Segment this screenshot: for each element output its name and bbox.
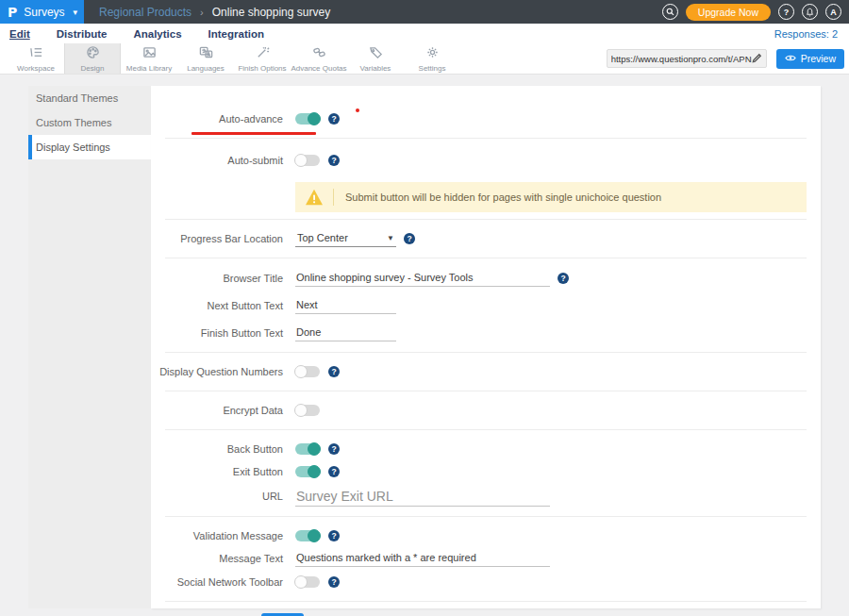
toolbar-item-finish-options[interactable]: Finish Options xyxy=(234,43,291,74)
back-button-help-icon[interactable]: ? xyxy=(328,443,340,455)
display-question-numbers-help-icon[interactable]: ? xyxy=(328,366,340,377)
exit-button-toggle[interactable] xyxy=(295,466,320,477)
auto-advance-help-icon[interactable]: ? xyxy=(328,113,340,125)
auto-submit-help-icon[interactable]: ? xyxy=(328,155,340,166)
settings-gear-icon xyxy=(425,45,440,63)
languages-icon xyxy=(199,45,213,63)
breadcrumb-separator-icon: › xyxy=(200,7,204,18)
back-button-label: Back Button xyxy=(151,443,283,455)
breadcrumb-survey-name: Online shopping survey xyxy=(212,6,330,19)
select-caret-icon: ▼ xyxy=(387,234,394,242)
message-text-label: Message Text xyxy=(151,553,283,564)
annotation-red-dot xyxy=(356,108,359,112)
validation-message-toggle[interactable] xyxy=(295,530,320,541)
chevron-down-icon: ▼ xyxy=(72,8,79,17)
progress-bar-location-label: Progress Bar Location xyxy=(151,233,283,244)
social-network-toolbar-help-icon[interactable]: ? xyxy=(328,576,340,588)
browser-title-help-icon[interactable]: ? xyxy=(558,273,569,284)
encrypt-data-label: Encrypt Data xyxy=(151,405,283,416)
browser-title-label: Browser Title xyxy=(151,273,283,284)
progress-bar-location-select[interactable]: Top Center ▼ xyxy=(295,230,396,247)
sidebar-item-custom-themes[interactable]: Custom Themes xyxy=(28,110,151,135)
social-network-toolbar-label: Social Network Toolbar xyxy=(151,576,283,588)
display-question-numbers-toggle[interactable] xyxy=(295,366,320,377)
back-button-toggle[interactable] xyxy=(295,443,320,455)
media-library-icon xyxy=(142,45,157,63)
validation-message-label: Validation Message xyxy=(151,530,283,541)
toolbar-item-languages[interactable]: Languages xyxy=(177,43,234,74)
breadcrumb-folder[interactable]: Regional Products xyxy=(99,6,191,19)
survey-section-nav: Edit Distribute Analytics Integration Re… xyxy=(0,24,849,43)
toolbar-item-settings[interactable]: Settings xyxy=(404,43,460,74)
questionpro-logo: P xyxy=(8,5,17,20)
auto-submit-row: Auto-submit ? xyxy=(151,148,821,173)
nav-tab-edit[interactable]: Edit xyxy=(8,28,43,40)
notifications-bell-icon[interactable] xyxy=(802,4,818,20)
responses-count[interactable]: Responses: 2 xyxy=(774,28,841,40)
section-divider xyxy=(165,516,807,517)
exit-url-input[interactable] xyxy=(295,487,550,507)
warning-text: Submit button will be hidden for pages w… xyxy=(345,191,661,203)
toolbar-item-media-library[interactable]: Media Library xyxy=(121,43,177,74)
workspace-icon xyxy=(29,45,43,63)
sidebar-item-standard-themes[interactable]: Standard Themes xyxy=(28,86,151,110)
validation-message-help-icon[interactable]: ? xyxy=(328,530,340,541)
next-button-text-input[interactable] xyxy=(295,297,396,314)
next-button-text-label: Next Button Text xyxy=(151,300,283,311)
design-content-area: Standard Themes Custom Themes Display Se… xyxy=(0,75,849,616)
social-network-toolbar-toggle[interactable] xyxy=(295,576,320,588)
progress-bar-help-icon[interactable]: ? xyxy=(404,233,415,244)
help-button[interactable]: ? xyxy=(778,4,794,20)
section-divider xyxy=(165,429,807,430)
survey-url-field[interactable] xyxy=(607,49,767,68)
validation-message-row: Validation Message ? xyxy=(151,524,821,547)
variables-tag-icon xyxy=(369,45,383,63)
nav-tab-analytics[interactable]: Analytics xyxy=(120,28,194,40)
auto-advance-label: Auto-advance xyxy=(151,113,283,125)
section-divider xyxy=(165,138,807,139)
top-header-bar: P Surveys ▼ Regional Products › Online s… xyxy=(0,0,849,24)
preview-button[interactable]: Preview xyxy=(776,49,844,69)
edit-url-pencil-icon[interactable] xyxy=(752,50,762,67)
browser-title-input[interactable] xyxy=(295,270,550,287)
message-text-input[interactable] xyxy=(295,550,550,567)
annotation-red-underline xyxy=(191,132,316,135)
avatar[interactable]: A xyxy=(825,4,841,20)
encrypt-data-row: Encrypt Data xyxy=(151,398,821,423)
nav-tab-integration[interactable]: Integration xyxy=(195,28,277,40)
upgrade-now-button[interactable]: Upgrade Now xyxy=(686,4,771,21)
nav-tab-distribute[interactable]: Distribute xyxy=(43,28,121,40)
display-question-numbers-label: Display Question Numbers xyxy=(151,366,283,377)
design-palette-icon xyxy=(86,45,100,63)
auto-submit-warning-banner: Submit button will be hidden for pages w… xyxy=(295,182,807,212)
finish-button-text-input[interactable] xyxy=(295,325,396,341)
progress-bar-location-row: Progress Bar Location Top Center ▼ ? xyxy=(151,226,821,251)
section-divider xyxy=(165,391,807,391)
search-icon[interactable] xyxy=(662,4,678,20)
browser-title-row: Browser Title ? xyxy=(151,266,821,291)
toolbar-item-variables[interactable]: Variables xyxy=(347,43,404,74)
eye-icon xyxy=(785,53,796,64)
toolbar-item-workspace[interactable]: Workspace xyxy=(8,43,64,74)
auto-advance-toggle[interactable] xyxy=(295,113,320,125)
finish-button-text-row: Finish Button Text xyxy=(151,321,821,345)
surveys-product-menu[interactable]: P Surveys ▼ xyxy=(0,0,84,24)
sidebar-item-display-settings[interactable]: Display Settings xyxy=(28,135,151,159)
encrypt-data-toggle[interactable] xyxy=(295,405,320,416)
auto-advance-row: Auto-advance ? xyxy=(151,107,821,131)
display-question-numbers-row: Display Question Numbers ? xyxy=(151,359,821,384)
auto-submit-toggle[interactable] xyxy=(295,155,320,166)
finish-button-text-label: Finish Button Text xyxy=(151,327,283,339)
toolbar-item-design[interactable]: Design xyxy=(64,43,121,74)
exit-button-help-icon[interactable]: ? xyxy=(328,466,340,477)
toolbar-item-advance-quotas[interactable]: Advance Quotas xyxy=(291,43,347,74)
section-divider xyxy=(165,352,807,353)
warning-divider xyxy=(333,189,334,206)
survey-url-input[interactable] xyxy=(611,54,752,64)
section-divider xyxy=(165,258,807,258)
themes-sidebar: Standard Themes Custom Themes Display Se… xyxy=(28,86,151,608)
exit-button-row: Exit Button ? xyxy=(151,460,821,483)
edit-toolbar: Workspace Design Media Library Languages… xyxy=(0,43,849,75)
auto-submit-label: Auto-submit xyxy=(151,155,283,166)
section-divider xyxy=(165,601,807,602)
